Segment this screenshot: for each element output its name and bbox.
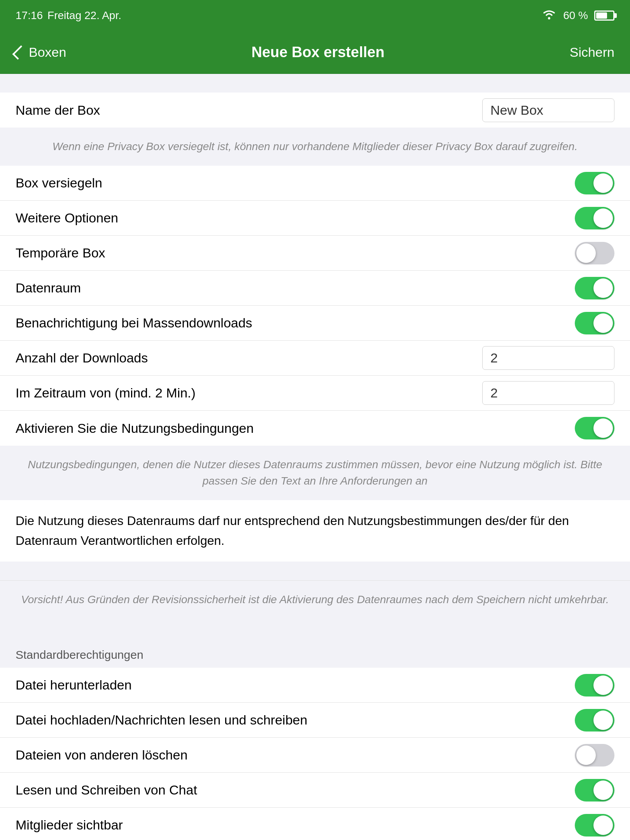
privacy-hint: Wenn eine Privacy Box versiegelt ist, kö… (0, 128, 630, 166)
gap-mid (0, 562, 630, 580)
datenraum-label: Datenraum (16, 280, 575, 296)
benachrichtigung-toggle[interactable] (575, 312, 614, 334)
name-input[interactable] (482, 98, 614, 122)
std-toggle-3[interactable] (575, 779, 614, 802)
std-label-0: Datei herunterladen (16, 677, 575, 693)
standardberechtigungen-section: Datei herunterladenDatei hochladen/Nachr… (0, 668, 630, 840)
weitere-optionen-toggle[interactable] (575, 207, 614, 229)
nav-bar: Boxen Neue Box erstellen Sichern (0, 31, 630, 74)
datenraum-toggle[interactable] (575, 277, 614, 299)
std-toggle-2[interactable] (575, 744, 614, 766)
standardberechtigungen-header: Standardberechtigungen (0, 637, 630, 668)
benachrichtigung-label: Benachrichtigung bei Massendownloads (16, 315, 575, 331)
std-label-1: Datei hochladen/Nachrichten lesen und sc… (16, 712, 575, 728)
temporaere-box-label: Temporäre Box (16, 245, 575, 261)
std-row-0: Datei herunterladen (0, 668, 630, 703)
box-versiegeln-label: Box versiegeln (16, 175, 575, 191)
nutzungsbedingungen-text[interactable]: Die Nutzung dieses Datenraums darf nur e… (0, 500, 630, 562)
anzahl-row: Anzahl der Downloads (0, 341, 630, 376)
save-button[interactable]: Sichern (570, 45, 614, 60)
main-content: Name der Box Wenn eine Privacy Box versi… (0, 74, 630, 840)
back-button[interactable]: Boxen (16, 45, 66, 60)
std-toggle-1[interactable] (575, 709, 614, 732)
wifi-icon (541, 9, 557, 23)
zeitraum-row: Im Zeitraum von (mind. 2 Min.) (0, 376, 630, 411)
weitere-optionen-label: Weitere Optionen (16, 210, 575, 226)
zeitraum-input[interactable] (482, 381, 614, 405)
std-row-2: Dateien von anderen löschen (0, 738, 630, 773)
nutzungsbedingungen-hint: Nutzungsbedingungen, denen die Nutzer di… (0, 446, 630, 500)
std-row-1: Datei hochladen/Nachrichten lesen und sc… (0, 703, 630, 738)
nav-title: Neue Box erstellen (251, 44, 384, 61)
name-label: Name der Box (16, 103, 482, 118)
chevron-left-icon (12, 45, 27, 60)
std-label-4: Mitglieder sichtbar (16, 817, 575, 833)
status-bar-left: 17:16 Freitag 22. Apr. (16, 9, 121, 22)
standardberechtigungen-title: Standardberechtigungen (16, 648, 144, 661)
svg-point-0 (548, 17, 550, 19)
datenraum-row: Datenraum (0, 271, 630, 306)
box-versiegeln-row: Box versiegeln (0, 166, 630, 201)
date: Freitag 22. Apr. (47, 9, 121, 22)
battery-percentage: 60 % (563, 9, 588, 22)
zeitraum-label: Im Zeitraum von (mind. 2 Min.) (16, 385, 482, 401)
weitere-optionen-row: Weitere Optionen (0, 201, 630, 236)
warning-block: Vorsicht! Aus Gründen der Revisionssiche… (0, 580, 630, 619)
std-toggle-4[interactable] (575, 814, 614, 836)
std-label-2: Dateien von anderen löschen (16, 747, 575, 763)
std-label-3: Lesen und Schreiben von Chat (16, 782, 575, 798)
back-label: Boxen (29, 45, 66, 60)
warning-text: Vorsicht! Aus Gründen der Revisionssiche… (21, 593, 609, 606)
gap-top (0, 74, 630, 93)
time: 17:16 (16, 9, 43, 22)
std-row-3: Lesen und Schreiben von Chat (0, 773, 630, 808)
nutzungsbedingungen-toggle-row: Aktivieren Sie die Nutzungsbedingungen (0, 411, 630, 446)
toggles-section: Box versiegeln Weitere Optionen Temporär… (0, 166, 630, 446)
name-section: Name der Box (0, 93, 630, 128)
status-bar-right: 60 % (541, 9, 614, 23)
anzahl-input[interactable] (482, 346, 614, 370)
battery-icon (594, 10, 614, 21)
std-toggle-0[interactable] (575, 674, 614, 696)
gap-before-berechtigungen (0, 619, 630, 637)
nutzungsbedingungen-toggle-label: Aktivieren Sie die Nutzungsbedingungen (16, 421, 575, 436)
std-row-4: Mitglieder sichtbar (0, 808, 630, 840)
status-bar: 17:16 Freitag 22. Apr. 60 % (0, 0, 630, 31)
temporaere-box-row: Temporäre Box (0, 236, 630, 271)
benachrichtigung-row: Benachrichtigung bei Massendownloads (0, 306, 630, 341)
nutzungsbedingungen-toggle[interactable] (575, 417, 614, 439)
box-versiegeln-toggle[interactable] (575, 172, 614, 194)
anzahl-label: Anzahl der Downloads (16, 350, 482, 366)
temporaere-box-toggle[interactable] (575, 242, 614, 264)
name-row: Name der Box (0, 93, 630, 128)
